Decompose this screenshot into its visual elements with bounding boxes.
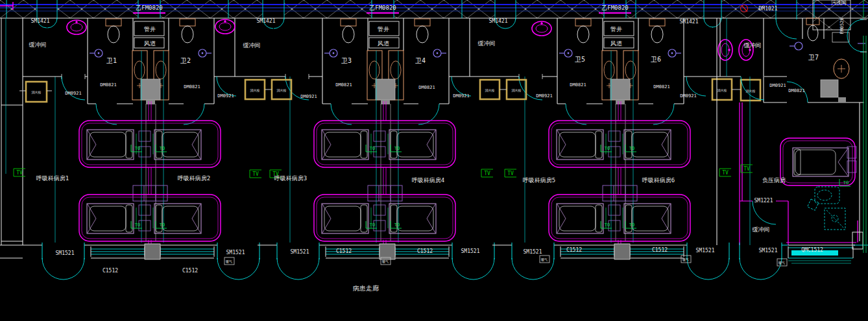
label-duct-2: 风道 [378,40,389,47]
label-SM1521-45: SM1521 [461,248,480,254]
label-TO-82: TO [605,222,610,228]
label-TV-70: TV [722,170,729,176]
label-TV-67: TV [272,171,279,177]
label-SM1521-42: SM1521 [56,250,75,256]
label-SM1521-44: SM1521 [291,249,309,255]
label-buffer-4: 缓冲间 [744,42,762,49]
label-DM0921-34: DM0921 [65,91,81,96]
label-wc5: 卫5 [575,56,585,63]
label-TO-78: TO [370,222,375,228]
label-fm0820-3: 乙FM0820 [601,5,629,11]
label-消火栓-86: 消火栓 [250,88,260,93]
label-sm1421-2: SM1421 [257,18,276,24]
cad-canvas[interactable]: 乙FM0820乙FM0820乙FM0820DM1021污洗间SM1421SM14… [0,0,868,321]
label-消火栓-88: 消火栓 [485,88,495,93]
label-sm1421-1: SM1421 [31,18,50,24]
label-TO-84: TO [843,180,849,185]
buffer-rooms [23,18,717,245]
label-DM0921-35: DM0921 [217,93,234,99]
left-edge [0,2,23,258]
label-消火栓-91: 消火栓 [746,89,756,93]
sinks [67,19,753,60]
label-消火栓-87: 消火栓 [277,88,287,93]
dashed-equipment [808,187,845,230]
cad-viewport[interactable]: 乙FM0820乙FM0820乙FM0820DM1021污洗间SM1421SM14… [0,0,868,321]
label-暖气-94: 暖气 [541,257,548,262]
label-TO-75: TO [160,222,165,228]
label-TV-66: TV [252,171,259,177]
label-C1512-54: C1512 [652,247,668,253]
label-DM0921-37: DM0921 [453,93,469,99]
label-C1512-53: C1512 [566,247,582,253]
label-TO-83: TO [629,222,634,228]
label-DM0821-33: DM0821 [788,88,804,93]
label-buffer-1: 缓冲间 [29,42,47,48]
label-room-4: 呼吸科病房4 [412,177,444,184]
ward-module-1 [23,18,259,279]
label-TO-74: TO [135,222,140,228]
label-DM0921-38: DM0921 [536,93,552,99]
label-暖气-96: 暖气 [778,261,785,265]
label-DM0821-30: DM0821 [418,85,435,90]
label-DM0921-36: DM0921 [300,94,317,99]
label-wc1: 卫1 [106,57,117,64]
label-暖气-92: 暖气 [226,259,232,264]
label-SM1521-47: SM1521 [696,248,715,254]
label-TV-71: TV [743,166,750,172]
label-消火栓-90: 消火栓 [717,88,727,93]
label-TO-76: TO [370,146,375,151]
label-DM0921-40: DM0921 [769,83,786,88]
label-TO-80: TO [605,146,610,151]
label-wc4: 卫4 [415,57,426,64]
label-fm0520: FM0520 [839,18,845,34]
label-SM1521-43: SM1521 [226,250,245,256]
label-room-3: 呼吸科病房3 [274,175,307,182]
label-C1512-51: C1512 [336,248,352,254]
label-TO-81: TO [629,146,634,151]
label-DM0821-29: DM0821 [335,82,352,88]
label-sm1421-4: SM1421 [680,19,699,25]
label-soiled-room: 污洗间 [831,0,847,6]
label-TO-79: TO [394,222,400,228]
label-TO-77: TO [394,146,400,151]
label-wc2: 卫2 [180,57,191,64]
label-C1512-52: C1512 [417,248,433,254]
label-room-2: 呼吸科病房2 [178,175,210,182]
label-fm0820-1: 乙FM0820 [136,5,163,11]
label-room-6: 呼吸科病房6 [642,177,675,184]
radiator-boxes [224,256,787,266]
label-shaft-1: 管井 [144,26,156,32]
label-shaft-3: 管井 [610,26,622,32]
label-TO-72: TO [135,146,140,151]
label-buffer-3: 缓冲间 [478,40,496,47]
label-duct-3: 风道 [610,40,622,47]
label-DM0821-32: DM0821 [653,84,669,89]
ward-module-3 [492,18,729,279]
label-TV-69: TV [507,171,514,176]
label-corridor: 病患走廊 [352,285,379,292]
label-fm0820-2: 乙FM0820 [369,5,396,11]
label-buffer-2: 缓冲间 [243,42,261,49]
ward-module-2 [258,18,494,279]
label-TV-68: TV [484,171,490,176]
label-sm1221: SM1221 [754,198,773,204]
label-room-5: 呼吸科病房5 [523,177,555,184]
label-消火栓-89: 消火栓 [512,88,522,93]
label-dm1021: DM1021 [759,6,778,12]
label-TV-65: TV [16,170,23,176]
label-DM0821-27: DM0821 [100,82,116,88]
top-wall-band [0,0,868,42]
label-SM1521-48: SM1521 [759,248,778,254]
label-shaft-2: 管井 [378,26,389,32]
label-room-1: 呼吸科病房1 [36,175,69,182]
label-sm1421-3: SM1421 [489,18,508,24]
label-SM1521-46: SM1521 [524,249,542,255]
label-消火栓-85: 消火栓 [32,90,42,95]
label-wc7: 卫7 [808,54,819,61]
label-C1512-49: C1512 [102,268,118,274]
label-buffer-5: 缓冲间 [753,226,770,233]
label-暖气-93: 暖气 [382,259,389,264]
label-room-np: 负压病房 [762,177,786,184]
label-DM0821-31: DM0821 [570,82,586,88]
label-暖气-95: 暖气 [682,257,689,262]
